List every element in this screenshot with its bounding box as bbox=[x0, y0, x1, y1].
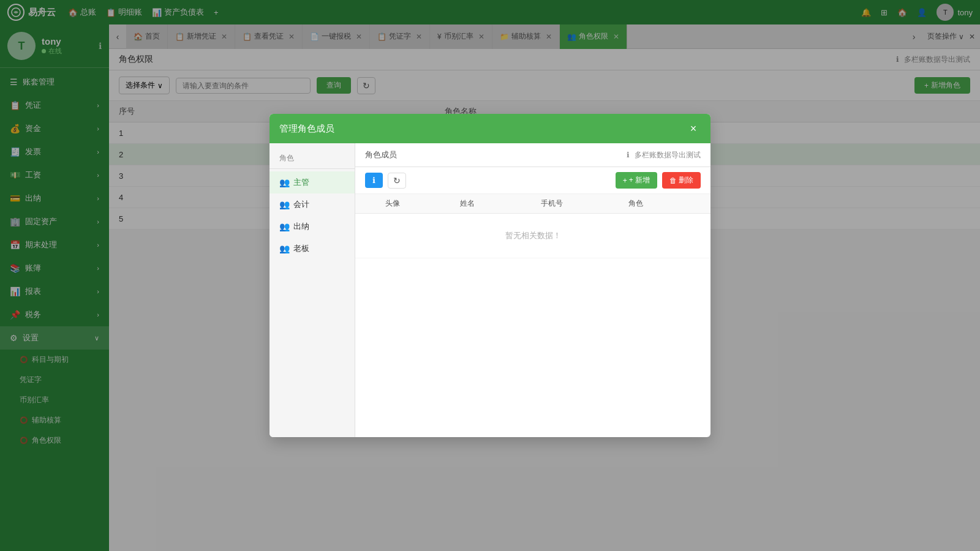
col-avatar-header: 头像 bbox=[355, 194, 430, 214]
modal-hint-icon: ℹ bbox=[627, 151, 630, 159]
modal-main: 角色成员 ℹ 多栏账数据导出测试 ℹ ↻ + + 新增 🗑 删除 bbox=[355, 143, 710, 437]
modal-close-button[interactable]: × bbox=[686, 121, 701, 136]
modal-role-accountant[interactable]: 👥 会计 bbox=[270, 193, 355, 216]
modal-overlay: 管理角色成员 × 角色 👥 主管 👥 会计 👥 出纳 bbox=[0, 0, 980, 551]
col-role-header: 角色 bbox=[598, 194, 673, 214]
modal-header: 管理角色成员 × bbox=[270, 114, 710, 143]
modal-title: 管理角色成员 bbox=[279, 123, 334, 135]
modal-main-title: 角色成员 bbox=[365, 149, 397, 160]
col-phone-header: 手机号 bbox=[505, 194, 598, 214]
plus-member-icon: + bbox=[623, 176, 627, 185]
new-member-button[interactable]: + + 新增 bbox=[616, 172, 657, 189]
modal-sidebar-header: 角色 bbox=[270, 148, 355, 169]
modal-role-cashier[interactable]: 👥 出纳 bbox=[270, 216, 355, 238]
modal-main-header: 角色成员 ℹ 多栏账数据导出测试 bbox=[355, 143, 710, 167]
modal-toolbar: ℹ ↻ + + 新增 🗑 删除 bbox=[355, 167, 710, 194]
modal-main-right: ℹ 多栏账数据导出测试 bbox=[627, 150, 701, 160]
empty-data-text: 暂无相关数据！ bbox=[363, 218, 703, 253]
role-accountant-icon: 👥 bbox=[279, 200, 290, 209]
role-manager-icon: 👥 bbox=[279, 178, 290, 187]
delete-member-button[interactable]: 🗑 删除 bbox=[662, 172, 701, 189]
modal-body: 角色 👥 主管 👥 会计 👥 出纳 👥 老板 bbox=[270, 143, 710, 437]
role-cashier-icon: 👥 bbox=[279, 222, 290, 231]
col-actions-header bbox=[673, 194, 710, 214]
role-boss-icon: 👥 bbox=[279, 244, 290, 253]
col-name-header: 姓名 bbox=[430, 194, 505, 214]
modal-members-table: 头像 姓名 手机号 角色 暂无相关数据！ bbox=[355, 194, 710, 258]
modal-hint-text: 多栏账数据导出测试 bbox=[635, 150, 701, 160]
modal-role-boss[interactable]: 👥 老板 bbox=[270, 238, 355, 260]
info-button[interactable]: ℹ bbox=[365, 173, 383, 188]
modal-refresh-button[interactable]: ↻ bbox=[388, 173, 406, 189]
modal-role-manager[interactable]: 👥 主管 bbox=[270, 171, 355, 193]
modal-sidebar: 角色 👥 主管 👥 会计 👥 出纳 👥 老板 bbox=[270, 143, 355, 437]
manage-role-modal: 管理角色成员 × 角色 👥 主管 👥 会计 👥 出纳 bbox=[270, 114, 710, 437]
